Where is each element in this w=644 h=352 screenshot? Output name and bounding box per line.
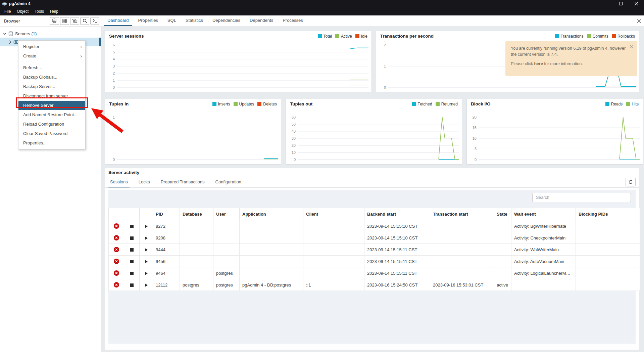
menu-item-add-named-restore-point[interactable]: Add Named Restore Point...: [18, 110, 85, 120]
menu-file[interactable]: File: [1, 9, 14, 14]
tab-prepared-transactions[interactable]: Prepared Transactions: [159, 178, 206, 188]
tree-node-servers[interactable]: Servers (1): [0, 30, 101, 38]
svg-text:30: 30: [292, 136, 296, 140]
cell-database: [180, 244, 213, 256]
expand-row-icon[interactable]: [145, 283, 148, 287]
cell-transaction-start: [430, 220, 494, 232]
column-header-application[interactable]: Application: [240, 208, 303, 220]
terminate-session-icon[interactable]: [130, 236, 134, 240]
expand-row-icon[interactable]: [145, 272, 148, 275]
legend-item-reads: Reads: [605, 102, 623, 106]
tuples-in-panel: Tuples inInsertsUpdatesDeletes 10: [105, 99, 281, 165]
tab-dashboard[interactable]: Dashboard: [104, 15, 132, 26]
cell-user: [213, 232, 240, 244]
notification-text-line1: You are currently running version 6.19 o…: [511, 45, 627, 57]
terminate-session-icon[interactable]: [130, 248, 134, 252]
chevron-down-icon[interactable]: [2, 33, 7, 35]
search-input[interactable]: [532, 193, 631, 202]
cancel-session-icon[interactable]: [114, 270, 119, 276]
object-explorer-icon[interactable]: [50, 17, 59, 25]
refresh-icon[interactable]: [626, 178, 636, 186]
menu-help[interactable]: Help: [47, 9, 61, 14]
cell-backend-start: 2023-09-14 15:15:10 CST: [364, 232, 430, 244]
terminate-session-icon[interactable]: [130, 225, 134, 228]
column-header-pid[interactable]: PID: [153, 208, 180, 220]
tab-sessions[interactable]: Sessions: [108, 178, 130, 188]
filter-icon[interactable]: [70, 17, 79, 25]
menu-tools[interactable]: Tools: [32, 9, 47, 14]
cancel-session-icon[interactable]: [114, 235, 119, 240]
column-header-user[interactable]: User: [213, 208, 240, 220]
grid-view-icon[interactable]: [60, 17, 69, 25]
column-header-state[interactable]: State: [494, 208, 511, 220]
server-sessions-panel: Server sessionsTotalActiveIdle 6543210: [105, 31, 372, 92]
search-objects-icon[interactable]: [80, 17, 89, 25]
menu-item-clear-saved-password[interactable]: Clear Saved Password: [18, 129, 85, 138]
minimize-button[interactable]: [598, 0, 613, 7]
expand-row-icon[interactable]: [145, 236, 148, 240]
cell-user: postgres: [213, 279, 240, 291]
expand-row-icon[interactable]: [145, 225, 148, 228]
tab-sql[interactable]: SQL: [164, 15, 180, 26]
query-tool-icon[interactable]: [90, 17, 99, 25]
close-window-button[interactable]: [629, 0, 644, 7]
cancel-session-icon-cell: [109, 267, 124, 279]
expand-row-icon[interactable]: [145, 248, 148, 252]
tree-selection-bar: [99, 38, 101, 46]
terminate-session-icon[interactable]: [130, 260, 134, 263]
column-header-blocking-pids[interactable]: Blocking PIDs: [576, 208, 640, 220]
column-header-wait-event[interactable]: Wait event: [511, 208, 576, 220]
cell-user: postgres: [213, 267, 240, 279]
terminate-session-icon[interactable]: [130, 283, 134, 287]
svg-text:6: 6: [113, 43, 115, 47]
menu-item-register[interactable]: Register›: [18, 42, 85, 51]
terminate-session-icon[interactable]: [130, 272, 134, 275]
svg-text:2: 2: [113, 71, 115, 75]
chevron-right-icon[interactable]: [7, 40, 13, 44]
more-info-link[interactable]: here: [534, 61, 543, 66]
annotation-red-arrow-icon: [87, 103, 128, 135]
search-box: [532, 193, 631, 202]
tab-dependencies[interactable]: Dependencies: [209, 15, 244, 26]
cell-state: [494, 220, 511, 232]
cell-state: [494, 256, 511, 267]
cancel-session-icon[interactable]: [114, 247, 119, 252]
maximize-button[interactable]: [613, 0, 629, 7]
cell-database: [180, 220, 213, 232]
tab-statistics[interactable]: Statistics: [182, 15, 206, 26]
tab-locks[interactable]: Locks: [137, 178, 152, 188]
menu-bar: File Object Tools Help: [0, 7, 644, 15]
menu-item-backup-server[interactable]: Backup Server...: [18, 82, 85, 91]
svg-text:1: 1: [113, 78, 115, 82]
tuples-out-chart: 6050403020100: [286, 109, 462, 164]
column-header-database[interactable]: Database: [180, 208, 213, 220]
block-io-chart: 20151050: [467, 109, 643, 164]
menu-item-properties[interactable]: Properties...: [18, 138, 85, 148]
menu-item-backup-globals[interactable]: Backup Globals...: [18, 73, 85, 82]
cancel-session-icon[interactable]: [114, 282, 119, 288]
expand-row-icon[interactable]: [145, 260, 148, 263]
menu-item-refresh[interactable]: Refresh...: [18, 63, 85, 73]
cell-pid: 9444: [153, 244, 180, 256]
cancel-session-icon[interactable]: [114, 259, 119, 264]
menu-object[interactable]: Object: [14, 9, 32, 14]
server-activity-section: Server activity Sessions Locks Prepared …: [105, 168, 639, 350]
menu-item-create[interactable]: Create›: [18, 51, 85, 61]
legend-swatch-icon: [612, 34, 616, 38]
tab-dependents[interactable]: Dependents: [246, 15, 277, 26]
close-panel-icon[interactable]: [637, 18, 641, 25]
tab-processes[interactable]: Processes: [279, 15, 306, 26]
column-header-client[interactable]: Client: [303, 208, 364, 220]
tab-configuration[interactable]: Configuration: [214, 178, 243, 188]
cell-state: [494, 232, 511, 244]
cancel-session-icon[interactable]: [114, 223, 119, 229]
terminate-session-icon-cell: [124, 279, 140, 291]
column-header-backend-start[interactable]: Backend start: [364, 208, 430, 220]
column-header-transaction-start[interactable]: Transaction start: [430, 208, 494, 220]
menu-item-reload-configuration[interactable]: Reload Configuration: [18, 120, 85, 129]
cell-wait-event: Activity: WalWriterMain: [511, 244, 576, 256]
submenu-arrow-icon: ›: [80, 51, 82, 61]
legend-item-deletes: Deletes: [257, 102, 277, 106]
tab-properties[interactable]: Properties: [135, 15, 161, 26]
dismiss-notification-icon[interactable]: [630, 44, 634, 50]
